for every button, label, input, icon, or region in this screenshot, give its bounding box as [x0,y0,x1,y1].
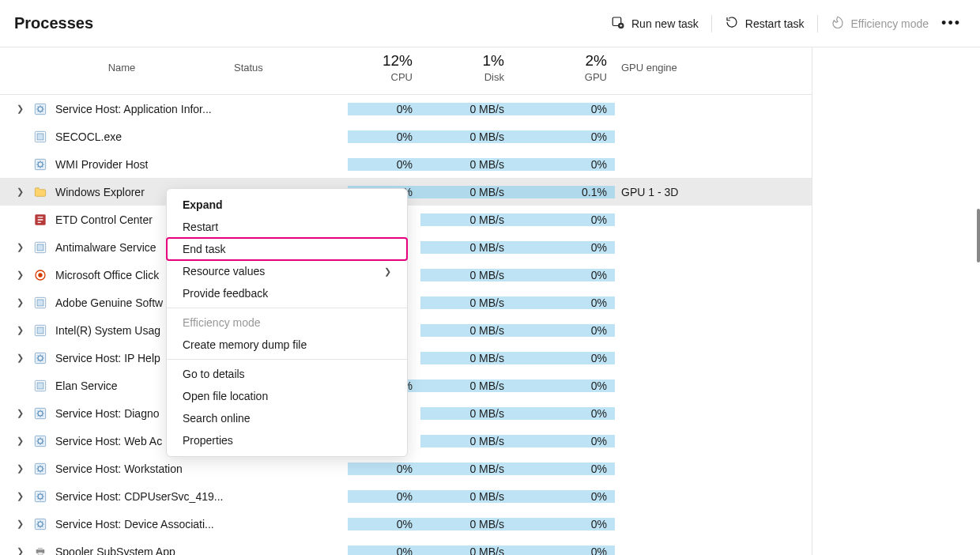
process-name: Microsoft Office Click [55,269,159,281]
gear-icon [33,434,47,448]
process-name: Service Host: Application Infor... [55,103,212,115]
process-name: Service Host: Diagno [55,407,160,420]
svg-rect-10 [37,244,43,251]
restart-task-button[interactable]: Restart task [717,10,812,36]
svg-rect-27 [35,491,45,501]
context-open-location[interactable]: Open file location [167,385,407,407]
run-new-task-button[interactable]: Run new task [603,10,707,36]
svg-rect-2 [35,104,45,114]
process-name: Service Host: Web Ac [55,435,162,447]
more-options-button[interactable]: ••• [937,15,966,32]
column-header-disk[interactable]: 1% Disk [420,52,512,89]
cell-gpu: 0% [512,407,615,420]
process-name: Service Host: IP Help [55,352,160,364]
run-new-task-label: Run new task [631,17,699,30]
etd-icon [33,213,47,227]
cell-gpu: 0% [512,130,615,143]
process-name: ETD Control Center [55,213,153,226]
gpu-label: GPU [585,71,607,83]
chevron-right-icon[interactable]: ❯ [14,408,25,418]
file-icon [33,379,47,393]
restart-icon [725,15,739,32]
cell-gpu: 0% [512,269,615,281]
cell-name: ❯Service Host: CDPUserSvc_419... [0,489,229,504]
cell-disk: 0 MB/s [420,462,512,475]
chevron-right-icon[interactable]: ❯ [14,491,25,501]
column-header-cpu[interactable]: 12% CPU [348,52,420,89]
efficiency-mode-button[interactable]: Efficiency mode [823,10,937,36]
scrollbar-thumb[interactable] [977,209,980,262]
cell-gpu: 0% [512,103,615,115]
svg-rect-25 [35,463,45,474]
column-header-gpu-engine[interactable]: GPU engine [615,62,812,80]
gear-icon [33,157,47,172]
column-header-name[interactable]: Name [0,62,229,80]
cell-disk: 0 MB/s [420,296,512,309]
svg-rect-29 [35,519,45,529]
context-go-to-details[interactable]: Go to details [167,363,407,385]
column-header-gpu[interactable]: 2% GPU [512,52,615,89]
context-resource-values[interactable]: Resource values ❯ [167,260,407,282]
chevron-right-icon[interactable]: ❯ [14,187,25,197]
leaf-icon [831,15,845,32]
context-end-task[interactable]: End task [167,238,407,260]
chevron-right-icon[interactable]: ❯ [14,353,25,363]
chevron-right-icon[interactable]: ❯ [14,519,25,529]
chevron-right-icon[interactable]: ❯ [14,270,25,280]
cell-disk: 0 MB/s [420,130,512,143]
table-row[interactable]: ❯Spooler SubSystem App0%0 MB/s0% [0,538,812,555]
context-expand[interactable]: Expand [167,194,407,216]
chevron-right-icon[interactable]: ❯ [14,242,25,252]
chevron-right-icon[interactable]: ❯ [14,325,25,335]
file-icon [33,323,47,338]
context-provide-feedback[interactable]: Provide feedback [167,282,407,304]
table-row[interactable]: ❯Service Host: Device Associati...0%0 MB… [0,510,812,538]
cell-disk: 0 MB/s [420,213,512,226]
svg-point-12 [38,273,42,277]
page-title: Processes [14,14,93,32]
svg-rect-5 [37,134,43,140]
cell-cpu: 0% [348,103,420,115]
table-row[interactable]: ❯SECOCL.exe0%0 MB/s0% [0,123,812,150]
chevron-right-icon[interactable]: ❯ [14,436,25,446]
context-separator [167,308,407,308]
cell-gpu: 0% [512,490,615,503]
cell-cpu: 0% [348,158,420,171]
svg-rect-16 [37,327,43,334]
context-create-dump[interactable]: Create memory dump file [167,334,407,356]
cpu-label: CPU [391,71,413,83]
table-row[interactable]: ❯Service Host: CDPUserSvc_419...0%0 MB/s… [0,482,812,510]
process-name: Service Host: CDPUserSvc_419... [55,490,223,503]
context-search-online[interactable]: Search online [167,407,407,429]
table-row[interactable]: ❯WMI Provider Host0%0 MB/s0% [0,150,812,178]
table-row[interactable]: ❯Service Host: Application Infor...0%0 M… [0,95,812,123]
context-menu: Expand Restart End task Resource values … [166,188,408,457]
svg-rect-32 [38,547,43,549]
cell-disk: 0 MB/s [420,241,512,254]
svg-rect-20 [37,383,43,389]
process-name: WMI Provider Host [55,158,148,171]
cell-gpu-engine: GPU 1 - 3D [615,186,812,198]
cell-name: ❯Service Host: Application Infor... [0,102,229,116]
chevron-right-icon[interactable]: ❯ [14,104,25,114]
cell-gpu: 0% [512,462,615,475]
office-icon [33,268,47,282]
printer-icon [33,545,47,556]
toolbar-separator [817,15,818,32]
context-efficiency-mode[interactable]: Efficiency mode [167,311,407,334]
restart-task-label: Restart task [745,17,805,30]
chevron-right-icon[interactable]: ❯ [14,297,25,308]
context-restart[interactable]: Restart [167,216,407,238]
cell-name: ❯Service Host: Device Associati... [0,517,229,531]
chevron-right-icon[interactable]: ❯ [14,546,25,555]
svg-rect-23 [35,436,45,446]
efficiency-mode-label: Efficiency mode [851,17,929,30]
context-properties[interactable]: Properties [167,429,407,451]
cell-disk: 0 MB/s [420,352,512,364]
table-row[interactable]: ❯Service Host: Workstation0%0 MB/s0% [0,455,812,482]
cell-disk: 0 MB/s [420,186,512,198]
column-header-status[interactable]: Status [229,62,348,80]
cell-name: ❯WMI Provider Host [0,157,229,172]
svg-rect-33 [38,552,43,555]
chevron-right-icon[interactable]: ❯ [14,463,25,474]
